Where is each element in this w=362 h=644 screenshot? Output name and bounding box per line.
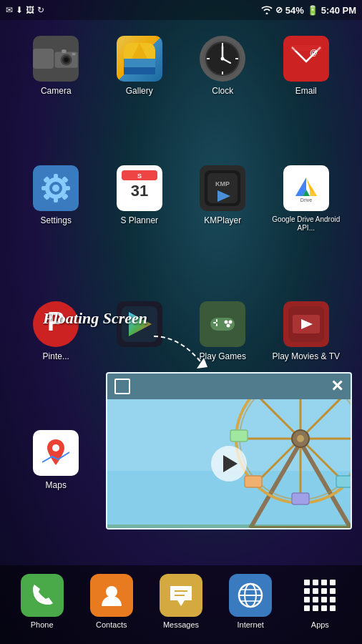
svg-rect-58 (213, 322, 216, 323)
app-gallery[interactable]: Gallery (98, 27, 182, 157)
wifi-icon (261, 6, 273, 14)
dot (321, 605, 327, 611)
svg-point-98 (106, 586, 117, 597)
dot (313, 588, 318, 594)
dock-apps[interactable]: Apps (298, 574, 341, 629)
floating-screen: ✕ (106, 372, 352, 530)
dock-messages[interactable]: Messages (160, 574, 202, 629)
battery-icon: 🔋 (307, 5, 318, 16)
gmail-icon: ✉ (6, 5, 13, 15)
dot (330, 588, 336, 594)
svg-point-63 (227, 323, 230, 327)
refresh-icon: ↻ (37, 5, 44, 15)
svg-point-25 (52, 185, 59, 192)
svg-text:@: @ (310, 48, 318, 57)
svg-point-3 (64, 57, 68, 62)
floating-video-content (107, 399, 351, 528)
battery-percent: 54% (285, 5, 304, 16)
svg-point-62 (229, 320, 233, 323)
status-right: ⊘ 54% 🔋 5:40 PM (261, 5, 356, 16)
dock-phone[interactable]: Phone (21, 574, 64, 629)
dot (304, 597, 310, 602)
dot (330, 580, 336, 585)
dock: Phone Contacts Messages (0, 565, 362, 644)
svg-rect-97 (107, 525, 351, 528)
contacts-icon (90, 574, 133, 617)
settings-label: Settings (41, 215, 72, 225)
app-camera[interactable]: Camera (14, 27, 98, 157)
svg-rect-27 (54, 197, 58, 203)
image-icon: 🖼 (26, 5, 34, 15)
floating-arrow (150, 333, 222, 369)
clock-icon (200, 36, 245, 82)
dot (313, 605, 318, 611)
maps-icon (33, 430, 79, 476)
dot (321, 580, 327, 585)
camera-icon (33, 36, 79, 82)
svg-rect-60 (216, 323, 217, 326)
no-signal-icon: ⊘ (275, 5, 283, 15)
svg-rect-28 (41, 186, 47, 190)
dot (313, 597, 318, 602)
apps-label: Apps (311, 620, 329, 629)
svg-rect-57 (210, 318, 235, 331)
app-maps[interactable]: Maps (14, 421, 98, 551)
svg-rect-4 (62, 49, 66, 53)
status-left: ✉ ⬇ 🖼 ↻ (6, 5, 44, 15)
kmp-icon: KMP (200, 165, 245, 211)
dock-contacts[interactable]: Contacts (90, 574, 133, 629)
dot (313, 580, 318, 585)
playmovies-label: Play Movies & TV (273, 351, 340, 361)
app-clock[interactable]: Clock (181, 27, 265, 157)
clock-label: Clock (212, 86, 233, 96)
svg-rect-26 (54, 174, 58, 180)
app-splanner[interactable]: S 31 S Planner (98, 157, 182, 293)
svg-rect-93 (245, 476, 262, 487)
maps-label: Maps (46, 480, 67, 490)
phone-label: Phone (31, 620, 54, 629)
internet-icon (229, 574, 272, 617)
email-label: Email (295, 86, 317, 96)
dot (304, 580, 310, 585)
kmp-label: KMPlayer (204, 215, 241, 225)
apps-dots-grid (304, 580, 336, 611)
svg-point-61 (225, 320, 228, 323)
dot (330, 597, 336, 602)
play-triangle-icon (223, 455, 238, 472)
camera-label: Camera (41, 86, 72, 96)
svg-text:KMP: KMP (215, 180, 230, 187)
svg-text:S: S (137, 172, 142, 180)
messages-icon (160, 574, 202, 617)
svg-rect-59 (216, 319, 217, 322)
svg-text:Drive: Drive (300, 197, 312, 203)
floating-close-button[interactable]: ✕ (331, 377, 343, 396)
settings-icon (33, 165, 79, 211)
svg-rect-89 (230, 430, 248, 441)
messages-label: Messages (163, 620, 199, 629)
floating-resize-button[interactable] (114, 379, 130, 394)
floating-titlebar: ✕ (107, 374, 351, 399)
contacts-label: Contacts (96, 620, 127, 629)
gallery-icon (117, 36, 162, 82)
svg-rect-88 (292, 493, 309, 504)
gdrive-label: Google Drive Android API... (268, 215, 346, 233)
app-gdrive[interactable]: Drive Google Drive Android API... (265, 157, 348, 293)
dot (321, 597, 327, 602)
app-kmp[interactable]: KMP KMPlayer (181, 157, 265, 293)
play-button[interactable] (211, 446, 247, 482)
download-icon: ⬇ (16, 5, 23, 15)
gallery-label: Gallery (126, 86, 153, 96)
dock-internet[interactable]: Internet (229, 574, 272, 629)
floating-screen-label: Floating Screen (43, 309, 147, 328)
splanner-label: S Planner (120, 215, 158, 225)
dot (330, 605, 336, 611)
app-settings[interactable]: Settings (14, 157, 98, 293)
app-email[interactable]: @ Email (265, 27, 348, 157)
svg-rect-5 (72, 53, 76, 55)
status-bar: ✉ ⬇ 🖼 ↻ ⊘ 54% 🔋 5:40 PM (0, 0, 362, 20)
playmovies-icon (283, 301, 329, 347)
splanner-icon: S 31 (117, 165, 162, 211)
phone-icon (21, 574, 64, 617)
internet-label: Internet (238, 620, 264, 629)
svg-rect-9 (124, 67, 155, 74)
